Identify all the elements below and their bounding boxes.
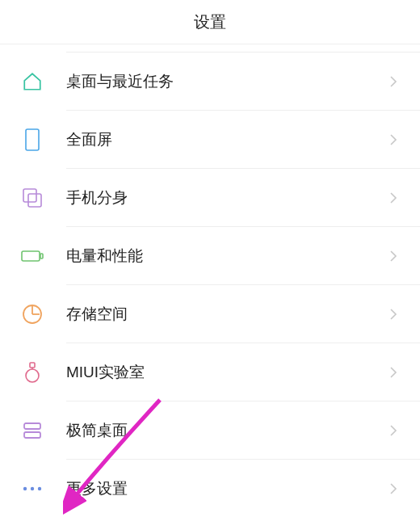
row-label: 更多设置 bbox=[66, 478, 389, 499]
clone-icon bbox=[19, 185, 45, 211]
phone-icon bbox=[19, 127, 45, 153]
row-label: 存储空间 bbox=[66, 304, 389, 325]
svg-point-13 bbox=[38, 487, 41, 490]
chevron-right-icon bbox=[389, 191, 397, 204]
chevron-right-icon bbox=[389, 75, 397, 88]
row-label: 电量和性能 bbox=[66, 246, 389, 267]
divider bbox=[66, 44, 420, 53]
settings-screen: 设置 桌面与最近任务 全面屏 bbox=[0, 0, 420, 517]
chevron-right-icon bbox=[389, 366, 397, 379]
row-label: 极简桌面 bbox=[66, 420, 389, 441]
svg-rect-7 bbox=[30, 363, 35, 368]
row-desktop-recent[interactable]: 桌面与最近任务 bbox=[66, 53, 420, 111]
svg-rect-1 bbox=[23, 189, 36, 202]
svg-point-12 bbox=[31, 487, 34, 490]
row-simple-desktop[interactable]: 极简桌面 bbox=[66, 401, 420, 460]
row-label: 手机分身 bbox=[66, 187, 389, 208]
svg-rect-9 bbox=[24, 423, 40, 429]
battery-icon bbox=[19, 243, 45, 269]
settings-list: 桌面与最近任务 全面屏 手机分身 bbox=[0, 53, 420, 517]
row-storage[interactable]: 存储空间 bbox=[66, 285, 420, 343]
chevron-right-icon bbox=[389, 482, 397, 495]
svg-point-6 bbox=[26, 369, 39, 382]
row-battery-performance[interactable]: 电量和性能 bbox=[66, 227, 420, 285]
chevron-right-icon bbox=[389, 250, 397, 263]
svg-rect-0 bbox=[26, 129, 39, 150]
header: 设置 bbox=[0, 0, 420, 44]
page-title: 设置 bbox=[194, 11, 226, 33]
chevron-right-icon bbox=[389, 308, 397, 321]
row-label: 全面屏 bbox=[66, 129, 389, 150]
svg-point-11 bbox=[23, 487, 27, 490]
row-label: MIUI实验室 bbox=[66, 362, 389, 383]
row-fullscreen[interactable]: 全面屏 bbox=[66, 111, 420, 169]
home-icon bbox=[19, 69, 45, 95]
dots-icon bbox=[19, 476, 45, 502]
svg-rect-4 bbox=[40, 254, 43, 258]
simple-icon bbox=[19, 418, 45, 443]
row-second-space[interactable]: 手机分身 bbox=[66, 169, 420, 227]
row-more-settings[interactable]: 更多设置 bbox=[66, 460, 420, 517]
row-miui-lab[interactable]: MIUI实验室 bbox=[66, 343, 420, 401]
svg-rect-10 bbox=[24, 432, 40, 438]
svg-rect-3 bbox=[22, 251, 40, 261]
storage-icon bbox=[19, 301, 45, 327]
chevron-right-icon bbox=[389, 133, 397, 146]
chevron-right-icon bbox=[389, 424, 397, 437]
svg-rect-2 bbox=[28, 194, 41, 207]
lab-icon bbox=[19, 359, 45, 385]
row-label: 桌面与最近任务 bbox=[66, 71, 389, 92]
